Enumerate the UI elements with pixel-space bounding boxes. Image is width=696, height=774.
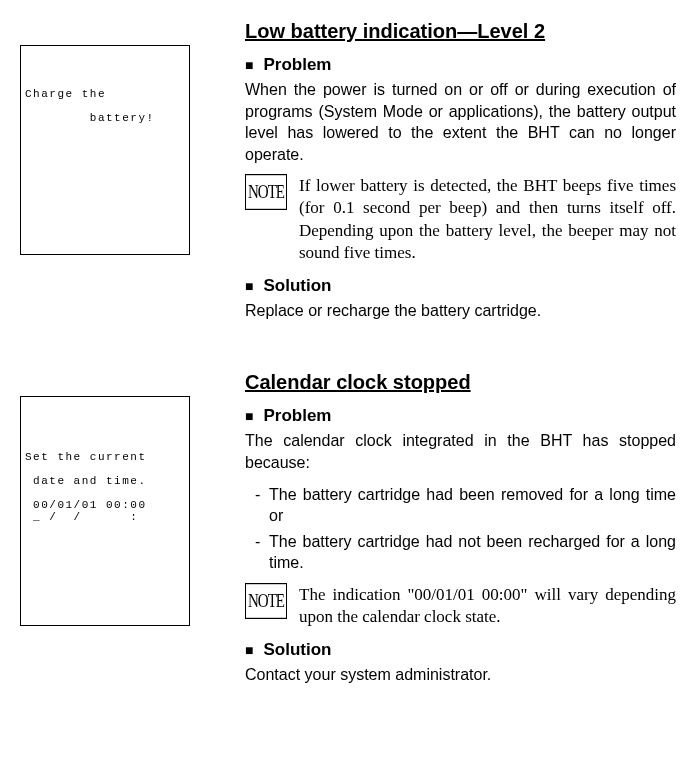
square-bullet-icon: ■ [245, 57, 253, 73]
cause-text-1: The battery cartridge had been removed f… [269, 484, 676, 527]
note-row-2: NOTE The indication "00/01/01 00:00" wil… [245, 584, 676, 628]
section-low-battery: Charge the battery! Low battery indicati… [20, 20, 676, 331]
solution-label-1: Solution [263, 276, 331, 296]
solution-label-2: Solution [263, 640, 331, 660]
section-title-1: Low battery indication—Level 2 [245, 20, 676, 43]
list-item: - The battery cartridge had not been rec… [255, 531, 676, 574]
note-text-1: If lower battery is detected, the BHT be… [299, 175, 676, 263]
square-bullet-icon: ■ [245, 642, 253, 658]
content-column-1: Low battery indication—Level 2 ■ Problem… [200, 20, 676, 331]
cause-list: - The battery cartridge had been removed… [245, 484, 676, 574]
problem-text-1: When the power is turned on or off or du… [245, 79, 676, 165]
note-row-1: NOTE If lower battery is detected, the B… [245, 175, 676, 263]
dash-icon: - [255, 484, 267, 506]
content-column-2: Calendar clock stopped ■ Problem The cal… [200, 371, 676, 695]
problem-heading-2: ■ Problem [245, 406, 676, 426]
solution-text-2: Contact your system administrator. [245, 664, 676, 686]
sidebox-charge-battery: Charge the battery! [20, 45, 190, 255]
problem-heading-1: ■ Problem [245, 55, 676, 75]
solution-heading-2: ■ Solution [245, 640, 676, 660]
problem-label-1: Problem [263, 55, 331, 75]
cause-text-2: The battery cartridge had not been recha… [269, 531, 676, 574]
problem-text-2: The calendar clock integrated in the BHT… [245, 430, 676, 473]
section-title-2: Calendar clock stopped [245, 371, 676, 394]
square-bullet-icon: ■ [245, 278, 253, 294]
solution-heading-1: ■ Solution [245, 276, 676, 296]
sidebox-column-2: Set the current date and time. 00/01/01 … [20, 371, 200, 626]
square-bullet-icon: ■ [245, 408, 253, 424]
sidebox-set-date-time: Set the current date and time. 00/01/01 … [20, 396, 190, 626]
note-icon: NOTE [245, 583, 287, 619]
list-item: - The battery cartridge had been removed… [255, 484, 676, 527]
note-icon: NOTE [245, 174, 287, 210]
section-calendar-clock: Set the current date and time. 00/01/01 … [20, 371, 676, 695]
solution-text-1: Replace or recharge the battery cartridg… [245, 300, 676, 322]
dash-icon: - [255, 531, 267, 553]
sidebox-column-1: Charge the battery! [20, 20, 200, 255]
problem-label-2: Problem [263, 406, 331, 426]
note-text-2: The indication "00/01/01 00:00" will var… [299, 584, 676, 628]
